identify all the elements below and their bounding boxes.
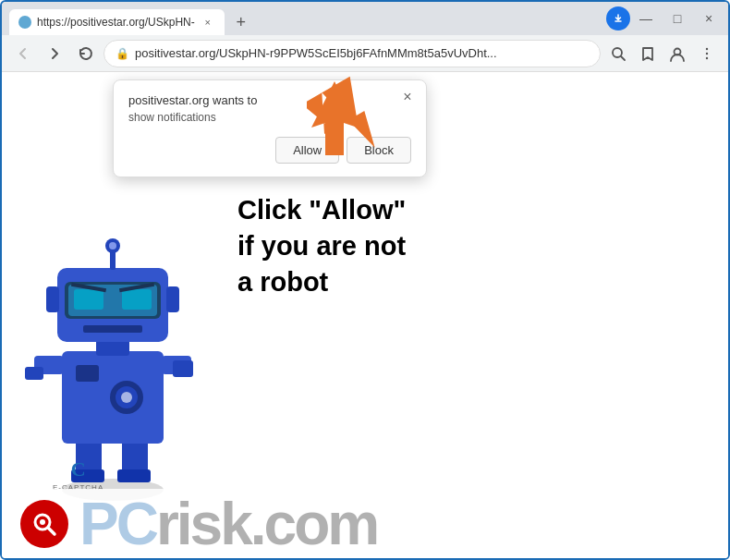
- svg-point-6: [706, 56, 708, 58]
- robot-image: [20, 213, 205, 512]
- svg-rect-53: [166, 286, 179, 312]
- minimize-button[interactable]: —: [634, 10, 658, 27]
- title-bar: https://positivestar.org/USkpHN- × + — □…: [2, 2, 728, 35]
- svg-rect-32: [76, 365, 99, 382]
- orange-arrow-graphic: [298, 77, 371, 164]
- new-tab-button[interactable]: +: [228, 9, 254, 35]
- tab-title: https://positivestar.org/USkpHN-: [37, 16, 195, 29]
- svg-rect-39: [173, 360, 193, 377]
- browser-window: https://positivestar.org/USkpHN- × + — □…: [0, 0, 730, 560]
- pcrisk-logo: PCrisk.com: [20, 494, 377, 554]
- download-bubble[interactable]: [606, 6, 630, 30]
- svg-rect-45: [122, 289, 152, 310]
- active-tab[interactable]: https://positivestar.org/USkpHN- ×: [9, 9, 225, 35]
- forward-button[interactable]: [41, 40, 68, 67]
- pcrisk-icon: [20, 500, 68, 548]
- svg-marker-25: [311, 81, 358, 155]
- ecaptcha-area: C E-CAPTCHA: [53, 457, 103, 492]
- menu-icon-button[interactable]: [693, 40, 721, 67]
- svg-rect-30: [117, 469, 151, 482]
- svg-line-2: [621, 56, 625, 60]
- svg-line-56: [48, 528, 55, 534]
- back-button[interactable]: [9, 40, 37, 67]
- address-bar[interactable]: 🔒 positivestar.org/USkpHN-r9PPW5ScEI5bj6…: [103, 40, 601, 67]
- window-controls: — □ ×: [634, 10, 721, 27]
- tab-close-button[interactable]: ×: [201, 15, 215, 30]
- svg-rect-44: [74, 289, 103, 310]
- reload-button[interactable]: [72, 40, 100, 67]
- tab-area: https://positivestar.org/USkpHN- × +: [9, 2, 602, 35]
- svg-rect-48: [83, 325, 142, 333]
- tab-favicon: [18, 16, 31, 29]
- svg-rect-52: [46, 286, 59, 312]
- toolbar-icons: [604, 40, 721, 67]
- close-button[interactable]: ×: [697, 10, 721, 27]
- maximize-button[interactable]: □: [665, 10, 689, 27]
- lock-icon: 🔒: [116, 47, 129, 60]
- instruction-text: Click "Allow" if you are not a robot: [237, 192, 524, 300]
- svg-point-35: [121, 392, 132, 403]
- page-content: × positivestar.org wants to show notific…: [2, 72, 728, 558]
- instruction-container: Click "Allow" if you are not a robot: [237, 192, 524, 300]
- svg-point-4: [706, 47, 708, 49]
- pcrisk-text: PCrisk.com: [79, 494, 377, 554]
- svg-point-5: [706, 52, 708, 54]
- svg-point-55: [40, 519, 45, 525]
- captcha-c-logo: C: [71, 457, 86, 481]
- pcrisk-watermark: PCrisk.com: [2, 489, 728, 558]
- popup-close-button[interactable]: ×: [398, 88, 417, 106]
- svg-point-51: [109, 242, 116, 250]
- svg-rect-37: [25, 367, 43, 380]
- address-text: positivestar.org/USkpHN-r9PPW5ScEI5bj6FA…: [135, 46, 589, 60]
- bookmark-icon-button[interactable]: [634, 40, 662, 67]
- toolbar: 🔒 positivestar.org/USkpHN-r9PPW5ScEI5bj6…: [2, 35, 728, 72]
- account-icon-button[interactable]: [663, 40, 691, 67]
- search-icon-button[interactable]: [604, 40, 632, 67]
